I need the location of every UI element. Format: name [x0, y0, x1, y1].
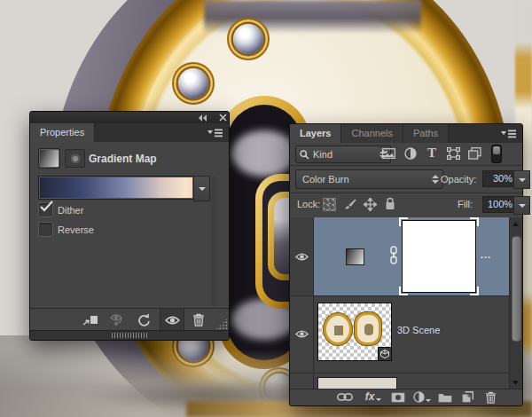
mask-selected-bracket [399, 217, 408, 226]
add-layer-mask-button[interactable] [388, 390, 408, 404]
reset-adjustment-button[interactable] [133, 311, 154, 328]
blend-mode-row: Color Burn Opacity: Opacity: 30% [290, 165, 522, 193]
opacity-value-field[interactable]: 30% [482, 170, 518, 187]
fill-arrow[interactable] [513, 196, 530, 215]
brush-icon [343, 198, 356, 211]
filter-adjustment-layers-button[interactable] [401, 146, 420, 161]
layer-style-button[interactable]: fx [363, 389, 384, 404]
chevron-down-icon [519, 204, 526, 208]
properties-panel-header[interactable] [30, 112, 229, 124]
eye-icon [165, 315, 180, 326]
visibility-cell[interactable] [290, 373, 314, 389]
thumb-letter-g-counter [334, 326, 343, 335]
layer-row-3d-scene[interactable]: 3D Scene [290, 295, 510, 374]
new-adjustment-layer-button[interactable] [411, 390, 433, 404]
eye-arrow-icon [109, 313, 125, 327]
link-layers-button[interactable] [335, 390, 355, 404]
folder-icon [438, 392, 452, 403]
layers-footer-toolbar: fx [290, 389, 522, 405]
delete-layer-button[interactable] [481, 390, 500, 404]
lock-all-button[interactable] [382, 195, 398, 211]
reset-icon [137, 313, 151, 327]
type-icon: T [427, 146, 436, 161]
reverse-checkbox[interactable] [38, 222, 53, 237]
layer-name[interactable]: ... [481, 249, 491, 260]
layers-scrollbar[interactable] [509, 217, 522, 389]
visibility-cell[interactable] [290, 295, 314, 373]
layers-list: ... 3D Scene [290, 217, 522, 389]
properties-scrollbar-track[interactable] [211, 177, 216, 306]
filter-type-layers-button[interactable]: T [422, 145, 442, 161]
properties-bottom-strip[interactable] [30, 330, 229, 340]
collapse-to-icons-icon[interactable] [198, 114, 207, 122]
mask-target-button[interactable] [65, 149, 85, 168]
layer-name[interactable]: 3D Scene [397, 325, 440, 335]
dropdown-stepper-icon [432, 175, 439, 184]
filter-kind-dropdown[interactable]: Kind [295, 146, 391, 163]
new-group-button[interactable] [435, 390, 455, 404]
properties-tabbar: Properties [30, 123, 229, 142]
view-previous-state-button[interactable] [106, 311, 128, 328]
mask-link-icon[interactable] [389, 246, 398, 264]
3d-layer-badge-icon [378, 347, 392, 361]
tab-channels[interactable]: Channels [341, 124, 403, 143]
lock-label: Lock: [297, 199, 320, 209]
panel-menu-icon[interactable] [207, 123, 229, 142]
search-icon [300, 150, 309, 160]
layer-row-gradient-map[interactable]: ... [290, 217, 510, 296]
visibility-cell[interactable] [290, 217, 314, 295]
layer-mask-thumbnail[interactable] [402, 220, 476, 293]
scroll-up-button[interactable] [510, 217, 521, 230]
opacity-arrow[interactable] [513, 170, 530, 189]
filter-kind-label: Kind [313, 149, 332, 160]
adjustment-title: Gradient Map [89, 153, 157, 165]
layers-panel: Layers Channels Paths Kind T [289, 123, 523, 406]
properties-footer-toolbar [30, 308, 229, 331]
fill-label: Fill: [458, 199, 473, 209]
photoshop-workspace: Properties Gradient Map Dither Reverse [0, 0, 532, 417]
delete-adjustment-button[interactable] [188, 311, 209, 328]
tab-properties[interactable]: Properties [30, 123, 95, 142]
gradient-picker-arrow-button[interactable] [193, 176, 210, 201]
lock-pixels-button[interactable] [341, 196, 357, 212]
filter-smart-object-button[interactable] [465, 146, 484, 161]
filter-on-off-toggle[interactable] [491, 145, 502, 163]
new-layer-icon [462, 391, 473, 403]
chevron-down-icon [376, 398, 381, 401]
scrollbar-thumb[interactable] [512, 236, 521, 342]
filter-pixel-layers-button[interactable] [379, 146, 398, 161]
smart-object-icon [468, 147, 481, 160]
move-icon [364, 198, 377, 211]
layer-thumbnail-3d-scene[interactable] [317, 303, 392, 361]
panel-resize-grip[interactable] [215, 318, 228, 330]
drag-handle-dots [112, 333, 147, 338]
blend-mode-dropdown[interactable]: Color Burn [295, 169, 443, 189]
new-layer-button[interactable] [458, 390, 477, 404]
lock-row: Lock: Fill: Fill: 100% [290, 193, 522, 218]
tab-paths[interactable]: Paths [403, 124, 449, 143]
filter-shape-layers-button[interactable] [443, 146, 463, 161]
adjustment-layer-thumbnail[interactable] [346, 248, 364, 265]
chevron-down-icon [426, 399, 431, 402]
dither-checkbox[interactable] [38, 202, 53, 217]
bolt [233, 24, 263, 54]
lock-position-button[interactable] [362, 196, 378, 212]
layer-row-partial[interactable] [290, 373, 510, 389]
clip-to-layer-button[interactable] [80, 311, 101, 328]
lock-transparency-button[interactable] [323, 198, 336, 211]
gradient-preview-bar[interactable] [38, 176, 194, 200]
toggle-visibility-button[interactable] [160, 309, 184, 331]
fill-value-field[interactable]: 100% [482, 196, 518, 213]
fx-icon: fx [365, 390, 375, 403]
chain-link-icon [337, 393, 353, 401]
counter-reflection-top [231, 130, 297, 177]
checkmark-icon [40, 201, 54, 213]
adjustment-thumbnail-button[interactable] [39, 149, 59, 168]
panel-menu-icon[interactable] [501, 124, 522, 143]
close-panel-icon[interactable] [219, 114, 227, 122]
layer-thumbnail-partial [317, 377, 397, 389]
scroll-down-button[interactable] [510, 376, 521, 389]
tab-layers[interactable]: Layers [290, 124, 341, 143]
triangle-down-icon [512, 381, 519, 385]
clip-to-layer-icon [82, 314, 98, 327]
